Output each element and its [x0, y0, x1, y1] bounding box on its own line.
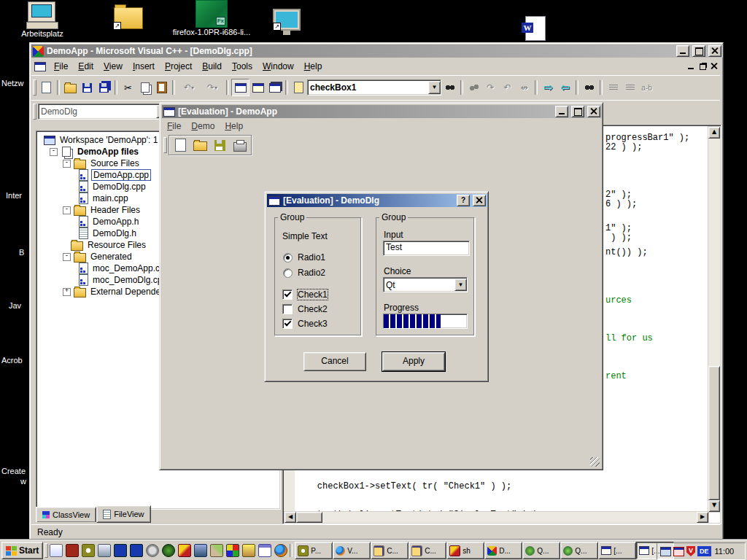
- display-settings-icon[interactable]: [98, 544, 111, 557]
- notes-icon[interactable]: [50, 544, 63, 557]
- save-icon[interactable]: [79, 79, 96, 96]
- evaluation-titlebar[interactable]: [Evaluation] - DemoApp: [162, 105, 602, 118]
- mdi-close-button[interactable]: [708, 61, 720, 71]
- submarine-icon[interactable]: [242, 544, 255, 557]
- network-computer-icon[interactable]: [660, 547, 671, 556]
- expand-icon[interactable]: [63, 288, 71, 296]
- person-icon[interactable]: [178, 544, 191, 557]
- scroll-down-icon[interactable]: [708, 500, 720, 512]
- close-button[interactable]: [473, 195, 486, 206]
- toolbar-grip[interactable]: [33, 79, 36, 96]
- wizardbar-action1-icon[interactable]: [465, 79, 482, 96]
- task-button-6[interactable]: D...: [484, 542, 522, 559]
- check1[interactable]: Check1: [282, 289, 328, 300]
- indent-icon[interactable]: [605, 79, 622, 96]
- scroll-right-icon[interactable]: [697, 512, 708, 523]
- menu-window[interactable]: Window: [258, 60, 299, 73]
- main-titlebar[interactable]: DemoApp - Microsoft Visual C++ - [DemoDl…: [31, 44, 723, 58]
- task-button-4[interactable]: C...: [409, 542, 446, 559]
- vertical-scrollbar-thumb[interactable]: [708, 366, 720, 500]
- desktop-label-w[interactable]: w: [20, 477, 26, 486]
- apply-button[interactable]: Apply: [382, 352, 445, 371]
- firefox-icon[interactable]: [274, 544, 287, 557]
- menu-tools[interactable]: Tools: [227, 60, 258, 73]
- wizardbar-action3-icon[interactable]: ↶: [499, 79, 516, 96]
- find-combobox[interactable]: checkBox1 ▼: [307, 79, 441, 96]
- input-field[interactable]: Test: [383, 241, 470, 256]
- task-button-3[interactable]: C...: [371, 542, 409, 559]
- output-pane-toggle-icon[interactable]: [249, 79, 266, 96]
- mdi-child-system-icon[interactable]: [34, 62, 46, 71]
- close-button[interactable]: [587, 106, 600, 117]
- desktop-label-create[interactable]: Create: [1, 467, 26, 475]
- menu-file[interactable]: File: [162, 120, 186, 133]
- scroll-up-icon[interactable]: [708, 127, 720, 139]
- calendar-icon[interactable]: [258, 544, 271, 557]
- network-app-icon[interactable]: [114, 544, 127, 557]
- tab-classview[interactable]: ClassView: [36, 507, 96, 522]
- horizontal-scrollbar-thumb[interactable]: [296, 512, 322, 523]
- menu-help[interactable]: Help: [299, 60, 328, 73]
- desktop-label-netzw[interactable]: Netzw: [1, 79, 24, 88]
- radio2[interactable]: Radio2: [283, 268, 325, 278]
- desktop-icon-display[interactable]: [273, 9, 301, 35]
- class-combobox[interactable]: DemoDlg ▼: [38, 104, 169, 120]
- save-all-icon[interactable]: [96, 79, 112, 96]
- keyboard-app-icon[interactable]: [194, 544, 207, 557]
- redo-icon[interactable]: ↷▾: [201, 79, 224, 96]
- desktop-icon-my-computer[interactable]: Arbeitsplatz: [13, 1, 71, 38]
- task-button-5[interactable]: sh: [446, 542, 484, 559]
- check3[interactable]: Check3: [282, 319, 328, 329]
- radio-icon[interactable]: [283, 268, 293, 278]
- collapse-icon[interactable]: [63, 253, 71, 261]
- wizardbar-action4-icon[interactable]: ↮: [516, 79, 533, 96]
- menu-build[interactable]: Build: [197, 60, 227, 73]
- collapse-icon[interactable]: [50, 148, 58, 156]
- radio1[interactable]: Radio1: [283, 252, 325, 262]
- outdent-icon[interactable]: [622, 79, 638, 96]
- close-button[interactable]: [708, 45, 721, 57]
- checkbox-checked-icon[interactable]: [282, 289, 293, 300]
- antivirus-shield-icon[interactable]: [686, 546, 695, 556]
- keyboard-layout-badge[interactable]: DE: [697, 546, 711, 556]
- menu-project[interactable]: Project: [160, 60, 197, 73]
- wizardbar-action2-icon[interactable]: ↷: [482, 79, 499, 96]
- desktop-label-b[interactable]: B: [19, 248, 24, 257]
- menu-edit[interactable]: Edit: [73, 60, 98, 73]
- task-button-7[interactable]: Q...: [522, 542, 560, 559]
- paste-icon[interactable]: [153, 79, 170, 96]
- menu-demo[interactable]: Demo: [186, 120, 220, 133]
- collapse-icon[interactable]: [63, 160, 71, 168]
- task-button-1[interactable]: P...: [295, 542, 333, 559]
- copy-icon[interactable]: [136, 79, 153, 96]
- choice-combobox[interactable]: Qt ▼: [383, 277, 468, 292]
- toolbar-grip[interactable]: [163, 137, 167, 153]
- desktop-icon-firefox-package[interactable]: firefox-1.0PR-i686-li...: [153, 0, 270, 36]
- find-in-files-icon[interactable]: [581, 79, 597, 96]
- menu-file[interactable]: File: [49, 60, 73, 73]
- desktop-label-acrob[interactable]: Acrob: [1, 356, 23, 365]
- workspace-pane-toggle-icon[interactable]: [231, 79, 249, 96]
- desktop-label-jav[interactable]: Jav: [9, 301, 21, 310]
- checkbox-icon[interactable]: [282, 304, 293, 314]
- color-x-icon[interactable]: [226, 544, 239, 557]
- open-file-icon[interactable]: [62, 79, 79, 96]
- new-file-icon[interactable]: [38, 79, 55, 96]
- taskbar-grip[interactable]: [44, 543, 48, 558]
- map-icon[interactable]: [210, 544, 223, 557]
- search-context-icon[interactable]: [290, 79, 307, 96]
- cancel-button[interactable]: Cancel: [303, 352, 366, 371]
- network-app2-icon[interactable]: [130, 544, 143, 557]
- start-button[interactable]: Start: [1, 542, 43, 559]
- vertical-scrollbar[interactable]: [708, 126, 721, 513]
- collapse-icon[interactable]: [63, 206, 71, 214]
- print-icon[interactable]: [231, 137, 248, 153]
- goto-next-icon[interactable]: ⇨: [540, 79, 557, 96]
- internet-explorer-icon[interactable]: [146, 544, 159, 557]
- resize-grip[interactable]: [590, 457, 600, 467]
- radio-selected-icon[interactable]: [283, 253, 293, 262]
- disconnected-device-icon[interactable]: [673, 547, 684, 556]
- minimize-button[interactable]: [676, 45, 689, 57]
- ab-icon[interactable]: a-b: [638, 79, 655, 96]
- save-icon[interactable]: [212, 137, 228, 153]
